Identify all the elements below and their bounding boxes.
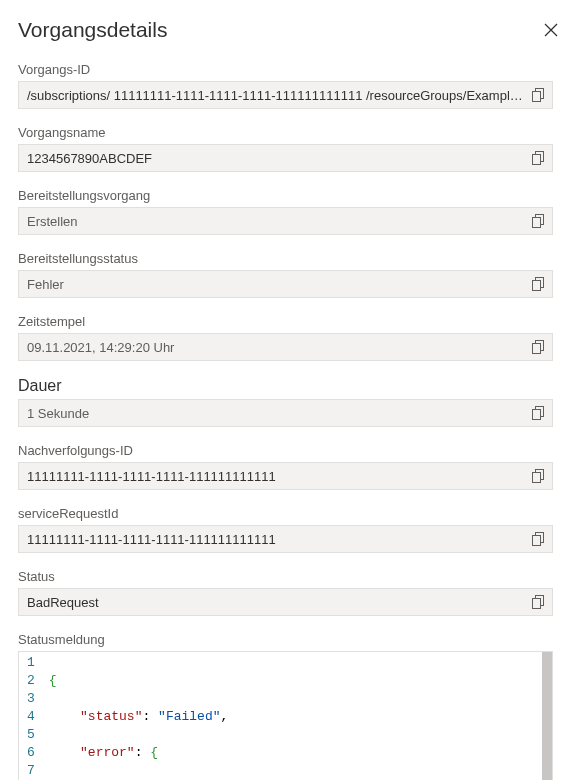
svg-rect-13 [532, 410, 540, 420]
field-label: Bereitstellungsstatus [18, 251, 553, 266]
line-number: 6 [27, 744, 35, 762]
line-number: 7 [27, 762, 35, 780]
field-label: Vorgangsname [18, 125, 553, 140]
svg-rect-7 [532, 218, 540, 228]
copy-icon[interactable] [530, 87, 546, 103]
field-status: Status BadRequest [18, 569, 553, 616]
code-editor[interactable]: 1 2 3 4 5 6 7 { "status": "Failed", "err… [18, 651, 553, 780]
field-value: 1234567890ABCDEF [27, 151, 524, 166]
field-box: Fehler [18, 270, 553, 298]
field-value: 11111111-1111-1111-1111-111111111111 [27, 469, 524, 484]
svg-rect-3 [532, 92, 540, 102]
field-zeitstempel: Zeitstempel 09.11.2021, 14:29:20 Uhr [18, 314, 553, 361]
svg-rect-9 [532, 281, 540, 291]
copy-icon[interactable] [530, 594, 546, 610]
panel-title: Vorgangsdetails [18, 18, 167, 42]
operation-details-panel: Vorgangsdetails Vorgangs-ID /subscriptio… [0, 0, 579, 780]
svg-rect-17 [532, 536, 540, 546]
field-vorgangsname: Vorgangsname 1234567890ABCDEF [18, 125, 553, 172]
panel-header: Vorgangsdetails [18, 18, 561, 42]
field-value: 09.11.2021, 14:29:20 Uhr [27, 340, 524, 355]
field-statusmeldung: Statusmeldung 1 2 3 4 5 6 7 { "status": … [18, 632, 553, 780]
copy-icon[interactable] [530, 405, 546, 421]
field-label: Zeitstempel [18, 314, 553, 329]
field-label: Statusmeldung [18, 632, 553, 647]
field-nachverfolgungs-id: Nachverfolgungs-ID 11111111-1111-1111-11… [18, 443, 553, 490]
copy-icon[interactable] [530, 531, 546, 547]
field-dauer: Dauer 1 Sekunde [18, 377, 553, 427]
field-value: /subscriptions/ 11111111-1111-1111-1111-… [27, 88, 524, 103]
copy-icon[interactable] [530, 150, 546, 166]
field-value: Fehler [27, 277, 524, 292]
svg-rect-5 [532, 155, 540, 165]
copy-icon[interactable] [530, 213, 546, 229]
field-label: Bereitstellungsvorgang [18, 188, 553, 203]
json-status: "Failed" [158, 709, 220, 724]
field-value: 1 Sekunde [27, 406, 524, 421]
svg-rect-19 [532, 599, 540, 609]
line-number: 1 [27, 654, 35, 672]
field-box: /subscriptions/ 11111111-1111-1111-1111-… [18, 81, 553, 109]
panel-content[interactable]: Vorgangs-ID /subscriptions/ 11111111-111… [18, 62, 561, 780]
field-box: 11111111-1111-1111-1111-111111111111 [18, 525, 553, 553]
field-value: BadRequest [27, 595, 524, 610]
field-box: Erstellen [18, 207, 553, 235]
field-label: serviceRequestId [18, 506, 553, 521]
code-gutter: 1 2 3 4 5 6 7 [19, 652, 45, 780]
close-button[interactable] [541, 20, 561, 40]
field-label: Vorgangs-ID [18, 62, 553, 77]
field-box: 11111111-1111-1111-1111-111111111111 [18, 462, 553, 490]
field-service-request-id: serviceRequestId 11111111-1111-1111-1111… [18, 506, 553, 553]
line-number: 5 [27, 726, 35, 744]
field-vorgangs-id: Vorgangs-ID /subscriptions/ 11111111-111… [18, 62, 553, 109]
field-box: 1 Sekunde [18, 399, 553, 427]
copy-icon[interactable] [530, 339, 546, 355]
line-number: 2 [27, 672, 35, 690]
field-label: Nachverfolgungs-ID [18, 443, 553, 458]
svg-rect-15 [532, 473, 540, 483]
field-box: 09.11.2021, 14:29:20 Uhr [18, 333, 553, 361]
field-box: 1234567890ABCDEF [18, 144, 553, 172]
copy-icon[interactable] [530, 468, 546, 484]
line-number: 4 [27, 708, 35, 726]
code-body: { "status": "Failed", "error": { "code":… [45, 652, 552, 780]
field-label: Dauer [18, 377, 553, 395]
close-icon [544, 23, 558, 37]
svg-rect-11 [532, 344, 540, 354]
copy-icon[interactable] [530, 276, 546, 292]
line-number: 3 [27, 690, 35, 708]
field-box: BadRequest [18, 588, 553, 616]
field-value: 11111111-1111-1111-1111-111111111111 [27, 532, 524, 547]
field-bereitstellungsvorgang: Bereitstellungsvorgang Erstellen [18, 188, 553, 235]
field-bereitstellungsstatus: Bereitstellungsstatus Fehler [18, 251, 553, 298]
field-value: Erstellen [27, 214, 524, 229]
field-label: Status [18, 569, 553, 584]
code-scrollbar[interactable] [542, 652, 552, 780]
